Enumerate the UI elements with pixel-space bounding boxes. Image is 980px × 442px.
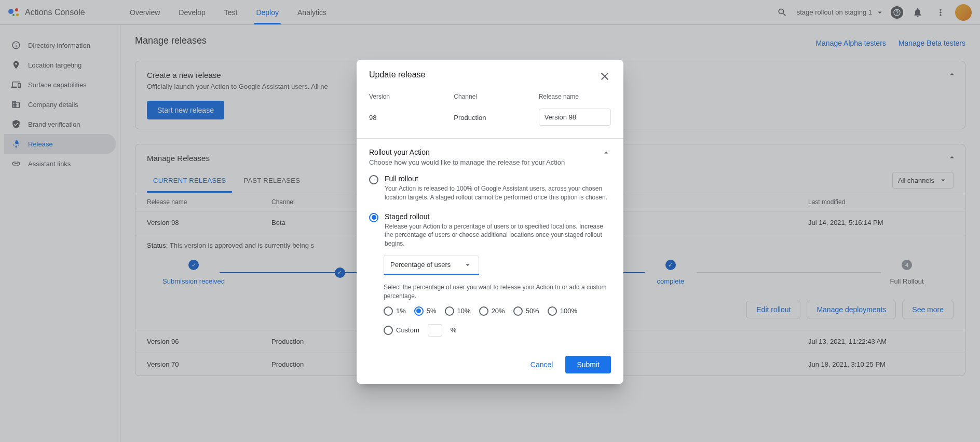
pct-20[interactable]: 20% bbox=[479, 306, 505, 316]
pct-10[interactable]: 10% bbox=[445, 306, 471, 316]
release-name-label: Release name bbox=[539, 93, 611, 100]
close-icon[interactable] bbox=[598, 70, 611, 83]
rollout-section-title: Rollout your Action bbox=[369, 148, 602, 156]
radio-icon bbox=[369, 175, 378, 184]
rollout-section-subtitle: Choose how you would like to manage the … bbox=[369, 158, 602, 166]
dialog-title: Update release bbox=[369, 70, 598, 79]
version-label: Version bbox=[369, 93, 441, 100]
version-value: 98 bbox=[369, 114, 376, 122]
custom-pct-input[interactable] bbox=[428, 324, 442, 337]
release-name-input[interactable] bbox=[539, 109, 611, 126]
pct-custom[interactable]: Custom bbox=[384, 325, 419, 335]
channel-value: Production bbox=[454, 114, 486, 122]
pct-5[interactable]: 5% bbox=[414, 306, 437, 316]
radio-icon bbox=[369, 213, 378, 222]
update-release-dialog: Update release Version Channel Release n… bbox=[357, 60, 623, 384]
percentage-options: 1% 5% 10% 20% 50% 100% Custom % bbox=[384, 306, 611, 347]
channel-label: Channel bbox=[454, 93, 526, 100]
staged-rollout-option[interactable]: Staged rollout Release your Action to a … bbox=[369, 207, 611, 253]
dialog-overlay: Update release Version Channel Release n… bbox=[0, 0, 980, 442]
chevron-down-icon bbox=[463, 260, 472, 270]
percentage-help-text: Select the percentage of user you want t… bbox=[384, 283, 611, 301]
chevron-up-icon[interactable] bbox=[602, 148, 611, 157]
full-rollout-option[interactable]: Full rollout Your Action is released to … bbox=[369, 169, 611, 207]
pct-1[interactable]: 1% bbox=[384, 306, 406, 316]
pct-50[interactable]: 50% bbox=[513, 306, 539, 316]
cancel-button[interactable]: Cancel bbox=[523, 356, 561, 373]
submit-button[interactable]: Submit bbox=[565, 356, 611, 373]
pct-100[interactable]: 100% bbox=[548, 306, 577, 316]
rollout-type-select[interactable]: Percentage of users bbox=[384, 256, 479, 275]
